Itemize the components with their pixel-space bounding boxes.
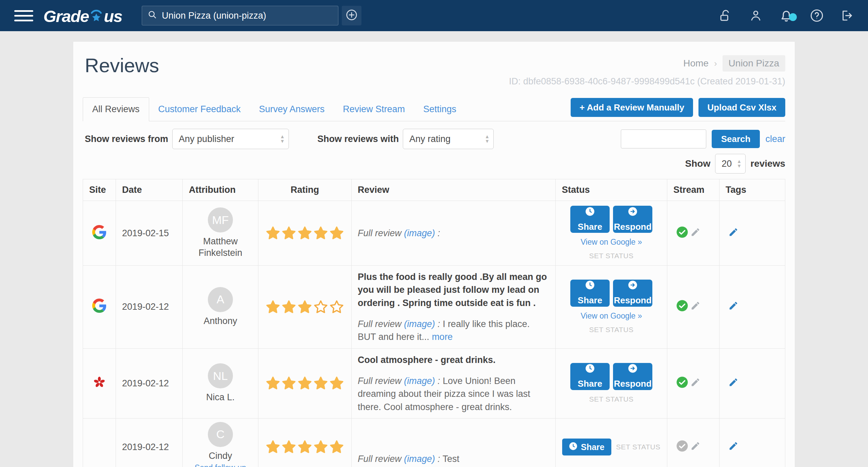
add-profile-button[interactable] <box>342 6 361 25</box>
per-page-select[interactable]: 20 ▴▾ <box>715 154 746 174</box>
page-header: Reviews Home › Union Pizza ID: dbfe0858-… <box>83 50 785 88</box>
set-status-link[interactable]: SET STATUS <box>589 395 633 403</box>
respond-button[interactable]: Respond <box>613 206 652 233</box>
full-review-label: Full review <box>358 376 401 386</box>
breadcrumb: Home › Union Pizza <box>509 55 785 72</box>
avatar: MF <box>208 207 233 232</box>
help-icon[interactable] <box>810 8 824 23</box>
reviews-label: reviews <box>750 158 785 169</box>
hamburger-menu-icon[interactable] <box>14 10 33 21</box>
notification-badge <box>789 13 797 21</box>
view-on-google-link[interactable]: View on Google » <box>562 238 661 247</box>
rating-select[interactable]: Any rating ▴▾ <box>403 129 494 149</box>
global-search-input[interactable]: Union Pizza (union-pizza) <box>142 6 338 25</box>
set-status-link[interactable]: SET STATUS <box>589 252 633 260</box>
clear-link[interactable]: clear <box>765 134 785 144</box>
publisher-select[interactable]: Any publisher ▴▾ <box>172 129 289 149</box>
share-label: Share <box>578 222 602 232</box>
review-date: 2019-02-12 <box>116 348 183 418</box>
tab-survey-answers[interactable]: Survey Answers <box>250 98 334 121</box>
content-card: Reviews Home › Union Pizza ID: dbfe0858-… <box>73 41 795 467</box>
share-button[interactable]: Share <box>570 280 610 307</box>
tab-all-reviews[interactable]: All Reviews <box>83 97 149 121</box>
select-arrows-icon: ▴▾ <box>486 134 489 144</box>
share-button[interactable]: Share <box>570 363 610 390</box>
tab-review-stream[interactable]: Review Stream <box>334 98 414 121</box>
view-on-google-link[interactable]: View on Google » <box>562 311 661 321</box>
reviewer-name: Anthony <box>186 316 255 327</box>
tags-edit-pencil-icon[interactable] <box>728 229 738 239</box>
filters-bar: Show reviews from Any publisher ▴▾ Show … <box>83 129 785 149</box>
review-search-input[interactable] <box>621 129 706 148</box>
stream-enabled-check-icon[interactable] <box>676 226 688 241</box>
show-label: Show <box>685 158 711 169</box>
brand-logo[interactable]: Grade us <box>43 6 122 26</box>
clock-icon <box>585 207 595 219</box>
image-link[interactable]: (image) <box>404 376 435 386</box>
share-button[interactable]: Share <box>562 439 611 455</box>
image-link[interactable]: (image) <box>404 228 435 238</box>
user-icon[interactable] <box>749 8 763 23</box>
review-text-cell: Full review (image) : <box>352 201 556 266</box>
review-date: 2019-02-12 <box>116 266 183 349</box>
share-label: Share <box>581 442 604 452</box>
stream-edit-pencil-icon[interactable] <box>690 227 701 240</box>
plus-circle-icon <box>346 9 358 22</box>
full-review-label: Full review <box>358 319 401 329</box>
more-link[interactable]: more <box>432 332 453 342</box>
set-status-link[interactable]: SET STATUS <box>616 443 660 451</box>
send-followup-link[interactable]: Send follow-up <box>186 463 255 467</box>
image-link[interactable]: (image) <box>404 319 435 329</box>
search-button[interactable]: Search <box>712 130 760 148</box>
colon: : <box>438 454 440 464</box>
tags-edit-pencil-icon[interactable] <box>728 303 738 313</box>
respond-label: Respond <box>614 222 651 232</box>
arrow-right-circle-icon <box>628 364 637 375</box>
respond-button[interactable]: Respond <box>613 363 652 390</box>
profile-id-meta: ID: dbfe0858-6938-40c6-9487-9998499d541c… <box>509 76 785 87</box>
chevron-right-icon: › <box>714 58 717 69</box>
stream-edit-pencil-icon[interactable] <box>690 377 701 390</box>
colon: : <box>438 376 440 386</box>
stream-disabled-check-icon[interactable] <box>676 440 688 454</box>
review-row: 2019-02-12 C Cindy Send follow-up Full r… <box>83 418 785 467</box>
reviewer-name: Cindy <box>186 450 255 462</box>
stream-enabled-check-icon[interactable] <box>676 300 688 314</box>
col-header-attribution: Attribution <box>183 179 258 201</box>
logout-icon[interactable] <box>840 8 854 23</box>
tags-edit-pencil-icon[interactable] <box>728 443 738 453</box>
full-review-label: Full review <box>358 228 401 238</box>
stream-edit-pencil-icon[interactable] <box>690 441 701 453</box>
tab-customer-feedback[interactable]: Customer Feedback <box>149 98 250 121</box>
respond-button[interactable]: Respond <box>613 280 652 307</box>
review-date: 2019-02-12 <box>116 418 183 467</box>
add-review-manually-button[interactable]: + Add a Review Manually <box>571 98 693 117</box>
stream-enabled-check-icon[interactable] <box>676 376 688 391</box>
review-row: 2019-02-15 MF Matthew Finkelstein Full r… <box>83 201 785 266</box>
rating-filter-label: Show reviews with <box>317 134 399 144</box>
clock-icon <box>585 280 595 292</box>
notifications-bell-icon[interactable] <box>778 8 794 23</box>
rating-select-value: Any rating <box>409 134 451 144</box>
review-text-cell: Cool atmosphere - great drinks. Full rev… <box>352 348 556 418</box>
site-yelp-icon <box>83 348 116 418</box>
unlock-icon[interactable] <box>719 8 733 23</box>
arrow-right-circle-icon <box>628 207 637 219</box>
arrow-right-circle-icon <box>628 280 637 292</box>
select-arrows-icon: ▴▾ <box>738 159 741 168</box>
review-date: 2019-02-15 <box>116 201 183 266</box>
tab-settings[interactable]: Settings <box>414 98 466 121</box>
per-page-value: 20 <box>722 159 732 169</box>
upload-csv-button[interactable]: Upload Csv Xlsx <box>698 98 785 117</box>
col-header-status: Status <box>556 179 667 201</box>
review-tail: Test <box>442 454 459 464</box>
image-link[interactable]: (image) <box>404 454 435 464</box>
stream-edit-pencil-icon[interactable] <box>690 301 701 313</box>
reviewer-name: Nica L. <box>186 392 255 403</box>
col-header-rating: Rating <box>258 179 352 201</box>
breadcrumb-home-link[interactable]: Home <box>683 58 709 69</box>
tags-edit-pencil-icon[interactable] <box>728 379 738 389</box>
share-button[interactable]: Share <box>570 206 610 233</box>
per-page-bar: Show 20 ▴▾ reviews <box>83 154 785 174</box>
set-status-link[interactable]: SET STATUS <box>589 326 633 334</box>
